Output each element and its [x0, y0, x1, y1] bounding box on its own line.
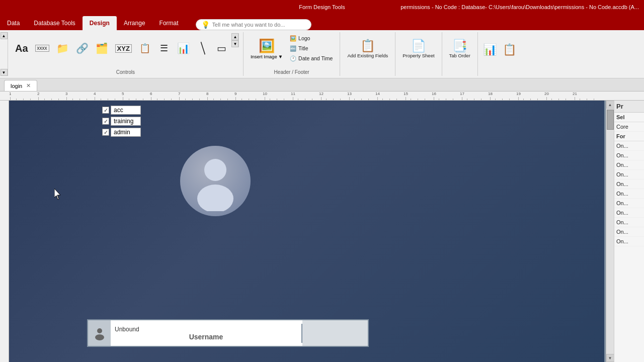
ruler-minor-10-2: [277, 99, 277, 100]
checkbox-acc-box[interactable]: ✓: [102, 107, 109, 114]
doc-tab-close[interactable]: ✕: [26, 82, 31, 89]
more-btn-1[interactable]: 📊: [480, 34, 500, 65]
ruler-minor-19-1: [523, 99, 524, 100]
rectangle-button[interactable]: ▭: [213, 33, 231, 64]
tab-database-tools[interactable]: Database Tools: [27, 16, 83, 30]
ruler-minor-7-1: [185, 99, 186, 100]
right-panel: Pr Sel Core For On... On... On... On... …: [614, 101, 644, 362]
right-panel-item-8[interactable]: On...: [614, 218, 644, 227]
controls-up[interactable]: ▲: [231, 33, 238, 40]
logo-icon: 🖼️: [290, 35, 296, 42]
tab-order-button[interactable]: 📑 Tab Order: [446, 33, 473, 64]
subform-icon: ☰: [160, 44, 168, 53]
tab-data[interactable]: Data: [0, 16, 27, 30]
list-box-button[interactable]: 📋: [136, 33, 154, 64]
username-icon-box: [88, 320, 111, 346]
controls-down[interactable]: ▼: [231, 40, 238, 47]
right-panel-item-6[interactable]: On...: [614, 199, 644, 208]
checkbox-admin[interactable]: ✓ admin: [102, 128, 141, 137]
username-unbound-text: Unbound: [115, 326, 297, 333]
button-control[interactable]: 📁: [53, 33, 72, 64]
svg-point-1: [197, 185, 233, 211]
tab-format[interactable]: Format: [152, 16, 186, 30]
checkbox-training-label: training: [111, 117, 141, 126]
ribbon-scroll[interactable]: ▲ ▼: [0, 32, 8, 76]
checkbox-training[interactable]: ✓ training: [102, 117, 141, 126]
canvas-divider: [604, 101, 606, 362]
right-panel-item-1[interactable]: On...: [614, 151, 644, 160]
checkbox-admin-box[interactable]: ✓: [102, 129, 109, 136]
combo-box-button[interactable]: XYZ: [112, 33, 135, 64]
right-panel-item-2[interactable]: On...: [614, 160, 644, 170]
controls-more[interactable]: ▲ ▼: [232, 33, 239, 47]
tab-arrange[interactable]: Arrange: [117, 16, 152, 30]
header-footer-stack: 🖼️ Logo 🔤 Title 🕐 Date and Time: [287, 33, 336, 71]
subform-button[interactable]: ☰: [155, 33, 173, 64]
chart-icon: 📊: [177, 43, 190, 53]
chart-button[interactable]: 📊: [174, 33, 193, 64]
doc-tab-login[interactable]: login ✕: [4, 80, 37, 91]
link-icon: 🔗: [76, 43, 89, 53]
checkbox-training-box[interactable]: ✓: [102, 118, 109, 125]
ruler-minor-16-2: [446, 99, 446, 100]
ruler-minor-4-1: [101, 99, 101, 100]
ruler-minor-7-2: [192, 99, 193, 100]
ruler-minor-21-3: [594, 99, 594, 100]
ruler-minor-12-1: [326, 99, 327, 100]
ribbon-scroll-down[interactable]: ▼: [1, 69, 8, 76]
canvas-area[interactable]: ✓ acc ✓ training ✓ admin: [9, 101, 606, 362]
ribbon-scroll-up[interactable]: ▲: [1, 32, 8, 39]
line-button[interactable]: ╱: [194, 33, 212, 64]
scroll-up-btn[interactable]: ▲: [606, 101, 614, 109]
ruler-minor-2-3: [58, 99, 59, 100]
checkbox-acc[interactable]: ✓ acc: [102, 106, 141, 115]
ruler-minor-1-3: [30, 99, 31, 100]
title-button[interactable]: 🔤 Title: [287, 43, 336, 53]
more-icon-1: 📊: [483, 43, 497, 56]
right-panel-core[interactable]: Core: [614, 122, 644, 132]
tab-order-section: 📑 Tab Order: [442, 32, 478, 76]
hyperlink-button[interactable]: 🔗: [73, 33, 92, 64]
avatar-silhouette: [185, 151, 246, 211]
right-panel-item-4[interactable]: On...: [614, 179, 644, 189]
tell-me-input[interactable]: [212, 22, 306, 28]
add-existing-button[interactable]: 📋 Add Existing Fields: [344, 33, 391, 64]
ruler-minor-20-1: [551, 99, 552, 100]
right-panel-item-10[interactable]: On...: [614, 237, 644, 246]
ruler-minor-13-1: [354, 99, 355, 100]
ruler-minor-15-3: [425, 99, 425, 100]
right-panel-item-7[interactable]: On...: [614, 208, 644, 218]
tab-design[interactable]: Design: [83, 16, 117, 30]
username-text-box: Unbound Username: [111, 324, 302, 343]
ruler-mark-2: 2: [37, 92, 39, 100]
right-panel-item-9[interactable]: On...: [614, 227, 644, 237]
checkbox-acc-label: acc: [111, 106, 141, 115]
insert-image-button[interactable]: 🖼️ Insert Image ▼: [248, 33, 286, 64]
username-container[interactable]: Unbound Username: [87, 319, 369, 347]
date-time-button[interactable]: 🕐 Date and Time: [287, 53, 336, 63]
right-panel-item-3[interactable]: On...: [614, 170, 644, 179]
ruler-minor-14-2: [389, 99, 390, 100]
canvas-scrollbar[interactable]: ▲ ▼: [606, 101, 614, 362]
ruler-mark-12: 12: [319, 92, 324, 100]
more-btn-2[interactable]: 📋: [500, 34, 519, 65]
right-panel-item-0[interactable]: On...: [614, 141, 644, 151]
right-panel-item-5[interactable]: On...: [614, 189, 644, 199]
scroll-down-btn[interactable]: ▼: [606, 354, 614, 362]
property-sheet-section: 📄 Property Sheet: [395, 32, 442, 76]
text-box-button[interactable]: Aa: [12, 33, 31, 64]
tab-order-icon: 📑: [452, 39, 467, 53]
ruler-minor-12-3: [340, 99, 341, 100]
logo-button[interactable]: 🖼️ Logo: [287, 33, 336, 43]
insert-image-icon: 🖼️: [259, 38, 275, 54]
ruler-minor-10-1: [270, 99, 270, 100]
ruler-minor-18-1: [495, 99, 496, 100]
ruler-minor-15-1: [411, 99, 411, 100]
tell-me-bar[interactable]: 💡: [196, 19, 311, 30]
property-sheet-button[interactable]: 📄 Property Sheet: [399, 33, 437, 64]
controls-section: Aa xxxx 📁 🔗 🗂️ XYZ 📋: [8, 32, 244, 76]
option-group-button[interactable]: 🗂️: [93, 33, 111, 64]
ruler-minor-11-1: [298, 99, 298, 100]
label-button[interactable]: xxxx: [32, 33, 52, 64]
scroll-thumb[interactable]: [607, 110, 614, 130]
